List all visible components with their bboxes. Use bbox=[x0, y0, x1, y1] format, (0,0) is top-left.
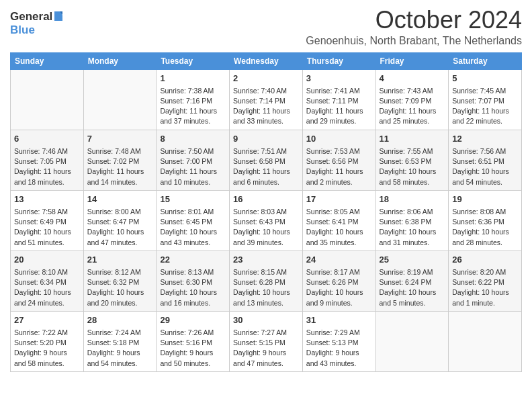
table-row: 12Sunrise: 7:56 AMSunset: 6:51 PMDayligh… bbox=[449, 130, 522, 190]
table-row: 22Sunrise: 8:13 AMSunset: 6:30 PMDayligh… bbox=[157, 250, 230, 311]
day-number: 23 bbox=[233, 254, 299, 266]
day-number: 17 bbox=[306, 193, 372, 205]
table-row: 17Sunrise: 8:05 AMSunset: 6:41 PMDayligh… bbox=[302, 190, 375, 250]
day-detail: Sunrise: 7:48 AMSunset: 7:02 PMDaylight:… bbox=[87, 146, 153, 187]
day-detail: Sunrise: 7:46 AMSunset: 7:05 PMDaylight:… bbox=[14, 146, 80, 187]
table-row: 15Sunrise: 8:01 AMSunset: 6:45 PMDayligh… bbox=[157, 190, 230, 250]
calendar-week-row: 27Sunrise: 7:22 AMSunset: 5:20 PMDayligh… bbox=[11, 311, 522, 371]
day-detail: Sunrise: 7:27 AMSunset: 5:15 PMDaylight:… bbox=[233, 328, 299, 369]
day-number: 30 bbox=[233, 314, 299, 326]
table-row: 25Sunrise: 8:19 AMSunset: 6:24 PMDayligh… bbox=[375, 250, 449, 311]
header-monday: Monday bbox=[83, 52, 157, 69]
logo-general: General bbox=[10, 10, 52, 24]
day-number: 21 bbox=[87, 254, 153, 266]
header-sunday: Sunday bbox=[11, 52, 84, 69]
table-row: 6Sunrise: 7:46 AMSunset: 7:05 PMDaylight… bbox=[11, 130, 84, 190]
day-detail: Sunrise: 8:20 AMSunset: 6:22 PMDaylight:… bbox=[452, 267, 518, 308]
day-detail: Sunrise: 8:15 AMSunset: 6:28 PMDaylight:… bbox=[233, 267, 299, 308]
day-number: 12 bbox=[452, 133, 518, 145]
table-row: 18Sunrise: 8:06 AMSunset: 6:38 PMDayligh… bbox=[375, 190, 449, 250]
calendar-header-row: Sunday Monday Tuesday Wednesday Thursday… bbox=[11, 52, 522, 69]
day-detail: Sunrise: 7:53 AMSunset: 6:56 PMDaylight:… bbox=[306, 146, 372, 187]
day-number: 10 bbox=[306, 133, 372, 145]
day-number: 6 bbox=[14, 133, 80, 145]
table-row: 16Sunrise: 8:03 AMSunset: 6:43 PMDayligh… bbox=[230, 190, 303, 250]
day-number: 2 bbox=[233, 73, 299, 85]
day-detail: Sunrise: 7:40 AMSunset: 7:14 PMDaylight:… bbox=[233, 86, 299, 127]
day-detail: Sunrise: 7:29 AMSunset: 5:13 PMDaylight:… bbox=[306, 328, 372, 369]
day-number: 24 bbox=[306, 254, 372, 266]
table-row: 10Sunrise: 7:53 AMSunset: 6:56 PMDayligh… bbox=[302, 130, 375, 190]
table-row: 14Sunrise: 8:00 AMSunset: 6:47 PMDayligh… bbox=[83, 190, 157, 250]
day-detail: Sunrise: 8:17 AMSunset: 6:26 PMDaylight:… bbox=[306, 267, 372, 308]
day-number: 19 bbox=[452, 193, 518, 205]
logo-icon bbox=[53, 11, 62, 21]
day-detail: Sunrise: 7:56 AMSunset: 6:51 PMDaylight:… bbox=[452, 146, 518, 187]
day-detail: Sunrise: 8:05 AMSunset: 6:41 PMDaylight:… bbox=[306, 207, 372, 248]
day-detail: Sunrise: 8:08 AMSunset: 6:36 PMDaylight:… bbox=[452, 207, 518, 248]
table-row: 29Sunrise: 7:26 AMSunset: 5:16 PMDayligh… bbox=[157, 311, 230, 371]
table-row: 7Sunrise: 7:48 AMSunset: 7:02 PMDaylight… bbox=[83, 130, 157, 190]
day-detail: Sunrise: 8:19 AMSunset: 6:24 PMDaylight:… bbox=[380, 267, 445, 308]
day-number: 14 bbox=[87, 193, 153, 205]
table-row: 24Sunrise: 8:17 AMSunset: 6:26 PMDayligh… bbox=[302, 250, 375, 311]
header-saturday: Saturday bbox=[449, 52, 522, 69]
table-row: 23Sunrise: 8:15 AMSunset: 6:28 PMDayligh… bbox=[230, 250, 303, 311]
month-title: October 2024 bbox=[306, 7, 522, 34]
table-row: 4Sunrise: 7:43 AMSunset: 7:09 PMDaylight… bbox=[375, 69, 449, 130]
day-detail: Sunrise: 7:26 AMSunset: 5:16 PMDaylight:… bbox=[160, 328, 226, 369]
day-detail: Sunrise: 8:01 AMSunset: 6:45 PMDaylight:… bbox=[160, 207, 226, 248]
day-detail: Sunrise: 7:38 AMSunset: 7:16 PMDaylight:… bbox=[160, 86, 226, 127]
day-number: 22 bbox=[160, 254, 226, 266]
table-row: 21Sunrise: 8:12 AMSunset: 6:32 PMDayligh… bbox=[83, 250, 157, 311]
day-number: 27 bbox=[14, 314, 80, 326]
location-subtitle: Genoenhuis, North Brabant, The Netherlan… bbox=[306, 35, 522, 47]
day-detail: Sunrise: 8:12 AMSunset: 6:32 PMDaylight:… bbox=[87, 267, 153, 308]
day-detail: Sunrise: 7:24 AMSunset: 5:18 PMDaylight:… bbox=[87, 328, 153, 369]
table-row: 1Sunrise: 7:38 AMSunset: 7:16 PMDaylight… bbox=[157, 69, 230, 130]
logo: General Blue bbox=[10, 10, 62, 37]
day-number: 3 bbox=[306, 73, 372, 85]
day-detail: Sunrise: 7:51 AMSunset: 6:58 PMDaylight:… bbox=[233, 146, 299, 187]
table-row: 28Sunrise: 7:24 AMSunset: 5:18 PMDayligh… bbox=[83, 311, 157, 371]
calendar-table: Sunday Monday Tuesday Wednesday Thursday… bbox=[10, 52, 522, 372]
day-detail: Sunrise: 7:41 AMSunset: 7:11 PMDaylight:… bbox=[306, 86, 372, 127]
table-row: 5Sunrise: 7:45 AMSunset: 7:07 PMDaylight… bbox=[449, 69, 522, 130]
day-number: 7 bbox=[87, 133, 153, 145]
day-detail: Sunrise: 8:03 AMSunset: 6:43 PMDaylight:… bbox=[233, 207, 299, 248]
header-friday: Friday bbox=[375, 52, 449, 69]
table-row: 2Sunrise: 7:40 AMSunset: 7:14 PMDaylight… bbox=[230, 69, 303, 130]
table-row: 11Sunrise: 7:55 AMSunset: 6:53 PMDayligh… bbox=[375, 130, 449, 190]
day-detail: Sunrise: 7:55 AMSunset: 6:53 PMDaylight:… bbox=[380, 146, 445, 187]
table-row bbox=[375, 311, 449, 371]
table-row bbox=[449, 311, 522, 371]
day-detail: Sunrise: 7:50 AMSunset: 7:00 PMDaylight:… bbox=[160, 146, 226, 187]
day-detail: Sunrise: 8:13 AMSunset: 6:30 PMDaylight:… bbox=[160, 267, 226, 308]
day-number: 9 bbox=[233, 133, 299, 145]
day-number: 11 bbox=[380, 133, 445, 145]
day-detail: Sunrise: 7:43 AMSunset: 7:09 PMDaylight:… bbox=[380, 86, 445, 127]
header-wednesday: Wednesday bbox=[230, 52, 303, 69]
day-number: 5 bbox=[452, 73, 518, 85]
table-row: 30Sunrise: 7:27 AMSunset: 5:15 PMDayligh… bbox=[230, 311, 303, 371]
table-row: 26Sunrise: 8:20 AMSunset: 6:22 PMDayligh… bbox=[449, 250, 522, 311]
day-number: 1 bbox=[160, 73, 226, 85]
page-header: General Blue October 2024 Genoenhuis, No… bbox=[10, 7, 522, 47]
day-number: 16 bbox=[233, 193, 299, 205]
table-row: 9Sunrise: 7:51 AMSunset: 6:58 PMDaylight… bbox=[230, 130, 303, 190]
table-row bbox=[83, 69, 157, 130]
logo-blue: Blue bbox=[10, 24, 35, 36]
calendar-week-row: 20Sunrise: 8:10 AMSunset: 6:34 PMDayligh… bbox=[11, 250, 522, 311]
day-number: 26 bbox=[452, 254, 518, 266]
day-detail: Sunrise: 8:06 AMSunset: 6:38 PMDaylight:… bbox=[380, 207, 445, 248]
table-row: 8Sunrise: 7:50 AMSunset: 7:00 PMDaylight… bbox=[157, 130, 230, 190]
day-number: 28 bbox=[87, 314, 153, 326]
table-row: 19Sunrise: 8:08 AMSunset: 6:36 PMDayligh… bbox=[449, 190, 522, 250]
table-row: 31Sunrise: 7:29 AMSunset: 5:13 PMDayligh… bbox=[302, 311, 375, 371]
day-number: 18 bbox=[380, 193, 445, 205]
day-detail: Sunrise: 7:22 AMSunset: 5:20 PMDaylight:… bbox=[14, 328, 80, 369]
day-number: 31 bbox=[306, 314, 372, 326]
table-row: 27Sunrise: 7:22 AMSunset: 5:20 PMDayligh… bbox=[11, 311, 84, 371]
table-row bbox=[11, 69, 84, 130]
day-number: 8 bbox=[160, 133, 226, 145]
